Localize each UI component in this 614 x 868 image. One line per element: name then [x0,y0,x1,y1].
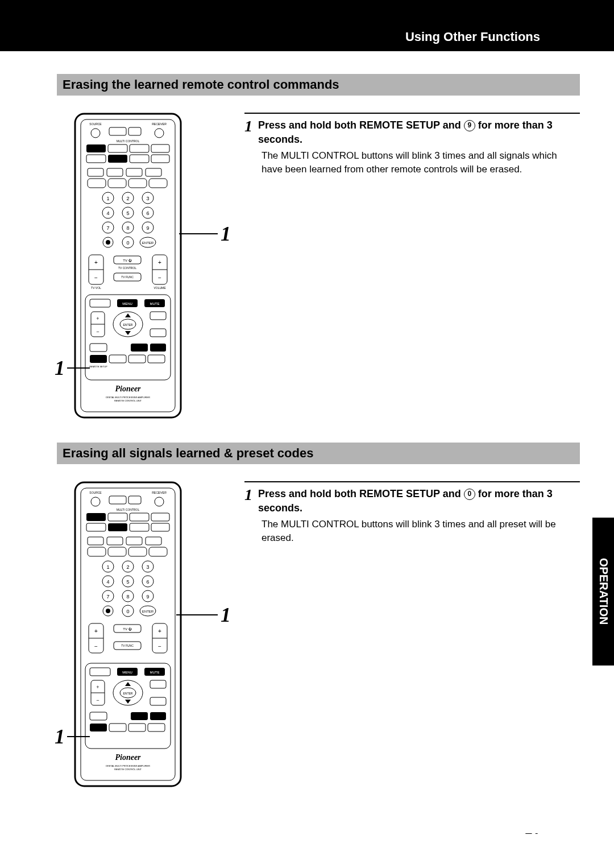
svg-point-95 [155,497,164,506]
svg-text:ENTER: ENTER [123,692,133,695]
svg-text:−: − [158,275,161,281]
svg-rect-18 [107,168,123,176]
svg-rect-23 [128,179,147,188]
svg-text:Pioneer: Pioneer [115,385,141,393]
svg-point-44 [106,240,110,245]
svg-text:ENTER: ENTER [142,241,154,245]
svg-text:7: 7 [106,225,109,231]
callout-1a: 1 [221,222,231,246]
svg-rect-24 [149,179,167,188]
svg-rect-65 [90,299,110,307]
svg-rect-11 [130,144,149,152]
header-bar: Using Other Functions [0,0,614,51]
step-body-1: The MULTI CONTROL buttons will blink 3 t… [262,149,580,176]
svg-rect-111 [88,547,106,556]
svg-rect-113 [128,547,147,556]
svg-rect-12 [151,144,169,152]
svg-text:8: 8 [126,594,129,600]
svg-text:−: − [94,275,98,281]
svg-text:−: − [158,643,161,650]
svg-rect-17 [88,168,103,176]
section-heading-1: Erasing the learned remote control comma… [57,74,580,96]
chapter-title: Using Other Functions [405,30,540,44]
svg-rect-4 [128,127,141,135]
svg-rect-107 [88,537,103,545]
svg-rect-170 [109,724,126,731]
svg-point-134 [106,609,110,613]
step-number-1: 1 [244,118,252,134]
svg-text:ENTER: ENTER [142,610,154,613]
svg-text:ENTER: ENTER [123,323,133,326]
remote-svg-2: SOURCE RECEIVER MULTI CONTROL [74,481,182,788]
page-number: 71 [525,830,540,834]
key-icon-9: 9 [464,120,475,131]
svg-rect-79 [90,344,107,352]
svg-rect-101 [130,513,149,521]
svg-rect-168 [150,712,166,720]
svg-rect-109 [126,537,142,545]
svg-rect-78 [150,329,166,337]
svg-text:MENU: MENU [122,671,132,674]
svg-rect-82 [90,355,107,363]
svg-rect-20 [146,168,161,176]
svg-text:MENU: MENU [122,302,132,305]
svg-rect-164 [150,680,166,688]
svg-rect-22 [108,179,126,188]
svg-rect-110 [146,537,161,545]
svg-text:TV CONTROL: TV CONTROL [118,266,136,270]
svg-text:4: 4 [106,210,109,216]
step-block-2: 1 Press and hold both REMOTE SETUP and 0… [244,481,580,545]
svg-rect-112 [108,547,126,556]
svg-text:3: 3 [146,564,149,570]
svg-text:+: + [158,628,161,634]
svg-point-92 [91,497,100,506]
svg-text:−: − [94,643,98,650]
svg-text:2: 2 [126,564,129,570]
svg-text:1: 1 [106,564,109,570]
svg-text:SOURCE: SOURCE [89,122,102,126]
svg-rect-105 [130,523,149,531]
svg-rect-114 [149,547,167,556]
svg-text:0: 0 [126,609,129,614]
step-number-2: 1 [244,487,252,503]
svg-text:6: 6 [146,210,149,216]
svg-point-5 [155,129,164,138]
svg-text:+: + [158,259,161,266]
section-heading-2: Erasing all signals learned & preset cod… [57,443,580,464]
remote-illustration-1: 1 1 SOURCE RECEIVER MULTI CONTROL [57,113,227,420]
svg-point-2 [91,129,100,138]
svg-text:DIGITAL MULTI PROCESSING AMPLI: DIGITAL MULTI PROCESSING AMPLIFIER [106,764,150,767]
manual-page: Using Other Functions Erasing the learne… [0,0,614,834]
step-body-2: The MULTI CONTROL buttons will blink 3 t… [262,518,580,545]
svg-rect-103 [86,523,106,531]
svg-text:RECEIVER: RECEIVER [152,491,167,494]
svg-rect-106 [151,523,169,531]
svg-text:5: 5 [126,210,129,216]
svg-rect-152 [90,668,110,676]
callout-2a: 1 [221,603,231,627]
svg-text:REMOTE CONTROL UNIT: REMOTE CONTROL UNIT [114,399,142,402]
svg-text:TV ⏻: TV ⏻ [123,627,131,631]
side-tab-operation: OPERATION [592,518,614,666]
svg-text:8: 8 [126,225,129,231]
svg-text:+: + [94,259,98,266]
remote-svg: SOURCE RECEIVER MULTI CONTROL [74,113,182,420]
svg-rect-172 [148,724,165,731]
svg-rect-16 [151,155,169,163]
svg-text:TV FUNC: TV FUNC [121,275,134,279]
callout-1b: 1 [55,356,65,380]
svg-rect-104 [108,523,127,531]
svg-rect-100 [108,513,127,521]
svg-text:−: − [96,697,99,703]
key-icon-0: 0 [464,489,475,500]
remote-illustration-2: 1 1 SOURCE RECEIVER MULTI CONTROL [57,481,227,788]
svg-rect-80 [131,344,148,352]
svg-text:2: 2 [126,196,129,201]
svg-rect-99 [86,513,106,521]
svg-text:4: 4 [106,579,109,585]
svg-text:9: 9 [146,225,149,231]
svg-rect-14 [108,155,127,163]
svg-text:TV FUNC: TV FUNC [121,644,134,647]
callout-2b: 1 [55,725,65,749]
svg-text:REMOTE CONTROL UNIT: REMOTE CONTROL UNIT [114,768,142,771]
